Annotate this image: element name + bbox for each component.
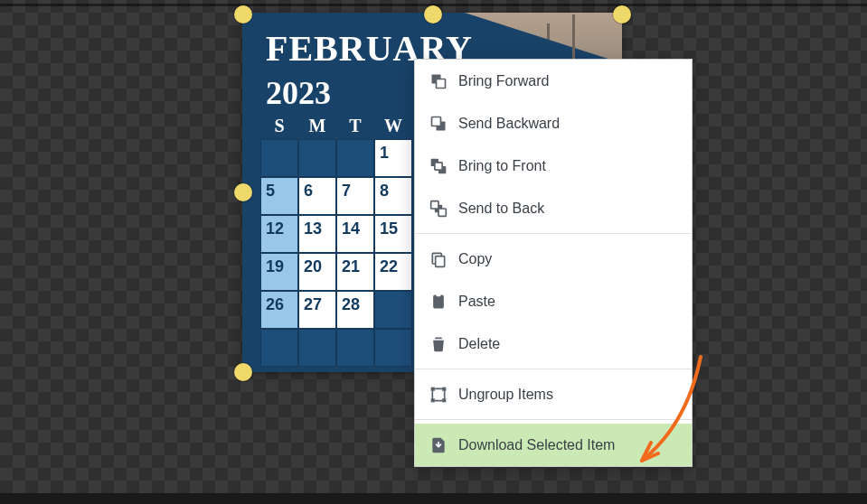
send-to-back-icon: [429, 200, 448, 218]
copy-icon: [429, 250, 448, 268]
svg-rect-6: [435, 162, 442, 169]
svg-rect-13: [437, 293, 441, 295]
svg-rect-1: [437, 79, 446, 88]
send-backward-icon: [429, 115, 448, 133]
menu-bring-to-front[interactable]: Bring to Front: [415, 145, 692, 187]
date-cell: [374, 329, 412, 367]
svg-rect-16: [431, 398, 435, 402]
date-cell: 13: [298, 215, 336, 253]
date-cell: [298, 139, 336, 177]
resize-handle-w[interactable]: [234, 183, 252, 201]
menu-label: Bring to Front: [458, 158, 546, 174]
dow-cell: S: [260, 116, 298, 136]
date-cell: 6: [298, 177, 336, 215]
date-cell: [336, 139, 374, 177]
svg-rect-17: [442, 398, 446, 402]
menu-label: Paste: [458, 294, 495, 310]
menu-separator: [415, 369, 692, 369]
dow-cell: M: [298, 116, 336, 136]
date-cell: 19: [260, 253, 298, 291]
photo-strip: [465, 13, 622, 63]
date-cell: 26: [260, 291, 298, 329]
date-cell: 27: [298, 291, 336, 329]
menu-copy[interactable]: Copy: [415, 238, 692, 280]
dow-cell: W: [374, 116, 412, 136]
date-cell: 21: [336, 253, 374, 291]
date-cell: 22: [374, 253, 412, 291]
ungroup-icon: [429, 386, 448, 404]
context-menu: Bring Forward Send Backward Bring to Fro…: [414, 59, 693, 467]
date-cell: 14: [336, 215, 374, 253]
menu-label: Bring Forward: [458, 73, 549, 89]
menu-separator: [415, 419, 692, 420]
svg-rect-15: [442, 387, 446, 390]
menu-send-to-back[interactable]: Send to Back: [415, 187, 692, 229]
menu-label: Copy: [458, 251, 492, 267]
date-cell: 7: [336, 177, 374, 215]
date-cell: 1: [374, 139, 412, 177]
resize-handle-sw[interactable]: [234, 363, 252, 381]
menu-delete[interactable]: Delete: [415, 322, 692, 365]
date-cell: 15: [374, 215, 412, 253]
menu-download-selected[interactable]: Download Selected Item: [415, 424, 692, 466]
svg-rect-9: [438, 209, 446, 216]
svg-rect-3: [432, 117, 441, 126]
resize-handle-n[interactable]: [424, 5, 442, 23]
svg-rect-14: [431, 387, 435, 390]
svg-rect-12: [433, 294, 444, 308]
dow-cell: T: [336, 116, 374, 136]
date-cell: 28: [336, 291, 374, 329]
menu-bring-forward[interactable]: Bring Forward: [415, 60, 692, 102]
date-cell: 8: [374, 177, 412, 215]
resize-handle-ne[interactable]: [613, 5, 631, 23]
calendar-grid: 1 5 6 7 8 12 13 14 15 19 20 21 22 26 27 …: [260, 139, 412, 367]
paste-icon: [429, 293, 448, 311]
date-cell: 5: [260, 177, 298, 215]
calendar-dow-row: S M T W: [260, 116, 412, 136]
date-cell: 20: [298, 253, 336, 291]
date-cell: [336, 329, 374, 367]
menu-separator: [415, 233, 692, 234]
menu-ungroup[interactable]: Ungroup Items: [415, 373, 692, 415]
svg-rect-8: [431, 201, 438, 208]
bring-to-front-icon: [429, 157, 448, 175]
delete-icon: [429, 335, 448, 353]
date-cell: [374, 291, 412, 329]
calendar-year: 2023: [266, 74, 331, 112]
menu-label: Delete: [458, 336, 500, 352]
menu-label: Ungroup Items: [458, 387, 553, 403]
date-cell: 12: [260, 215, 298, 253]
date-cell: [298, 329, 336, 367]
menu-label: Download Selected Item: [458, 437, 615, 453]
menu-paste[interactable]: Paste: [415, 280, 692, 322]
svg-rect-11: [436, 256, 445, 266]
date-cell: [260, 329, 298, 367]
date-cell: [260, 139, 298, 177]
menu-label: Send to Back: [458, 201, 544, 217]
bring-forward-icon: [429, 72, 448, 90]
resize-handle-nw[interactable]: [234, 5, 252, 23]
menu-label: Send Backward: [458, 116, 560, 132]
download-icon: [429, 436, 448, 454]
menu-send-backward[interactable]: Send Backward: [415, 102, 692, 145]
